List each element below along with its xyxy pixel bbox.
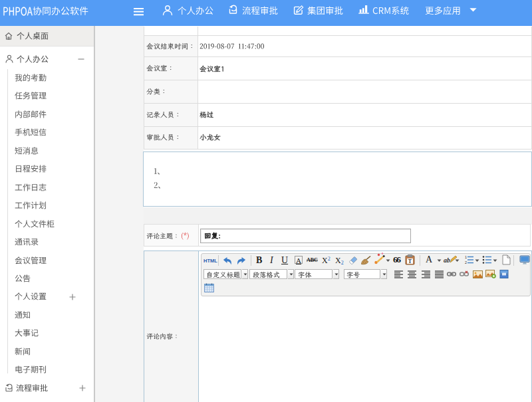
- svg-text:1: 1: [465, 255, 467, 259]
- svg-text:T: T: [408, 258, 412, 264]
- svg-text:2: 2: [465, 260, 467, 264]
